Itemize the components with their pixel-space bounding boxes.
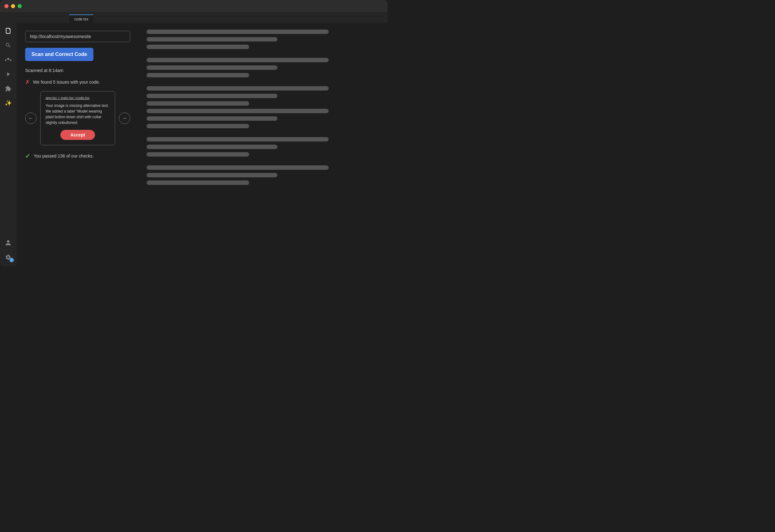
code-line (147, 109, 329, 113)
code-line (147, 173, 277, 177)
code-line (147, 116, 277, 121)
code-line (147, 86, 329, 91)
extensions-icon[interactable] (4, 84, 13, 93)
issue-card: app.tsx > main.tsx >code.tsx Your image … (40, 91, 115, 145)
code-line (147, 58, 329, 62)
code-line (147, 145, 277, 149)
scanned-at-label: Scanned at 8:14am (25, 68, 130, 73)
url-input[interactable] (30, 34, 125, 39)
prev-issue-button[interactable]: ← (25, 113, 36, 124)
code-line (147, 45, 249, 49)
issue-description: Your image is missing alternative text. … (46, 103, 110, 125)
issue-breadcrumb[interactable]: app.tsx > main.tsx >code.tsx (46, 96, 110, 100)
search-icon[interactable] (4, 41, 13, 50)
code-line (147, 165, 329, 170)
code-line (147, 30, 329, 34)
next-issue-button[interactable]: → (119, 113, 130, 124)
code-line (147, 124, 249, 128)
passed-text: You passed 136 of our checks. (34, 153, 94, 158)
code-line (147, 101, 249, 106)
maximize-button[interactable] (18, 4, 22, 8)
code-line (147, 152, 249, 157)
issues-text: We found 5 issues with your code. (33, 80, 100, 85)
code-panel (139, 23, 388, 266)
settings-badge: 1 (9, 258, 14, 262)
accept-button[interactable]: Accept (60, 130, 95, 140)
source-control-icon[interactable] (4, 55, 13, 64)
account-icon[interactable] (4, 238, 13, 247)
activity-bar-bottom: 1 (4, 238, 13, 266)
checkmark-icon: ✔ (25, 152, 30, 160)
passed-row: ✔ You passed 136 of our checks. (25, 152, 130, 160)
url-input-wrapper[interactable] (25, 31, 130, 42)
activity-bar: ✨ 1 (0, 23, 16, 266)
error-icon: ✗ (25, 79, 30, 86)
issues-row: ✗ We found 5 issues with your code. (25, 79, 130, 86)
issue-card-section: ← app.tsx > main.tsx >code.tsx Your imag… (25, 91, 130, 145)
code-line (147, 37, 277, 42)
code-line (147, 65, 277, 70)
run-debug-icon[interactable] (4, 70, 13, 79)
main-layout: ✨ 1 Scan and Correct Cod (0, 23, 388, 266)
code-line (147, 180, 249, 185)
tab-code-tsx[interactable]: code.tsx (69, 14, 93, 23)
scan-button[interactable]: Scan and Correct Code (25, 48, 93, 61)
settings-badge-wrapper: 1 (4, 253, 13, 262)
files-icon[interactable] (4, 26, 13, 35)
close-button[interactable] (4, 4, 8, 8)
left-panel: Scan and Correct Code Scanned at 8:14am … (16, 23, 139, 266)
magic-icon[interactable]: ✨ (4, 99, 13, 108)
code-line (147, 73, 249, 77)
minimize-button[interactable] (11, 4, 15, 8)
titlebar (0, 0, 388, 12)
code-line (147, 94, 277, 98)
code-line (147, 137, 329, 141)
tabbar: code.tsx (0, 12, 388, 23)
